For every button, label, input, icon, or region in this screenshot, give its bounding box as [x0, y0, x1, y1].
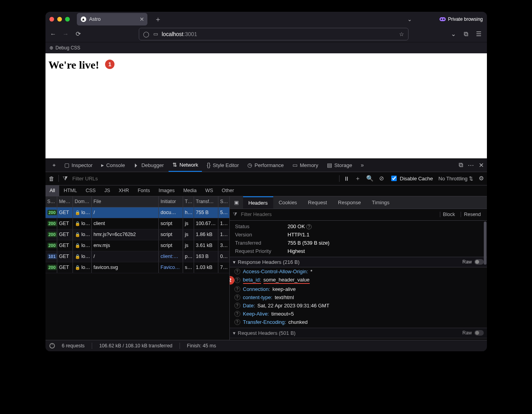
col-file[interactable]: File: [92, 196, 159, 207]
back-button[interactable]: ←: [49, 31, 57, 38]
headers-filter-bar: ⧩ Block Resend: [230, 209, 487, 221]
col-initiator[interactable]: Initiator: [159, 196, 183, 207]
block-icon[interactable]: ⊘: [379, 175, 384, 182]
help-icon[interactable]: ?: [234, 286, 240, 292]
clear-icon[interactable]: 🗑: [49, 175, 54, 182]
type-filter-all[interactable]: All: [45, 185, 60, 196]
table-row[interactable]: 200GET🔒lo…env.mjsscriptjs3.61 kB3…: [45, 240, 229, 251]
bookmark-debug-css[interactable]: Debug CSS: [56, 45, 80, 51]
app-menu-icon[interactable]: ☰: [474, 30, 483, 38]
tab-memory[interactable]: ▭Memory: [289, 159, 322, 172]
detail-tab-cookies[interactable]: Cookies: [273, 196, 303, 209]
extensions-icon[interactable]: ⧉: [462, 31, 470, 38]
pick-element-icon[interactable]: ⌖: [49, 159, 60, 172]
forward-button[interactable]: →: [62, 31, 70, 38]
block-button[interactable]: Block: [440, 212, 458, 217]
headers-body: Status200 OK ?VersionHTTP/1.1Transferred…: [230, 221, 487, 340]
type-filter-html[interactable]: HTML: [59, 185, 81, 196]
pause-icon[interactable]: ⏸: [339, 175, 349, 182]
help-icon[interactable]: ?: [234, 277, 240, 283]
help-icon[interactable]: ?: [234, 294, 240, 300]
response-header-row: ?Connection: keep-alive: [230, 285, 487, 293]
devtools-menu-icon[interactable]: ⋯: [468, 162, 474, 169]
close-window[interactable]: [49, 17, 54, 22]
tab-storage[interactable]: ▤Storage: [323, 159, 356, 172]
private-label: Private browsing: [448, 16, 483, 22]
type-filter-other[interactable]: Other: [218, 185, 238, 196]
detail-tab-timings[interactable]: Timings: [367, 196, 395, 209]
disable-cache-input[interactable]: [391, 176, 397, 181]
type-filter-media[interactable]: Media: [179, 185, 201, 196]
tabs-overflow-icon[interactable]: ⌄: [407, 16, 412, 22]
table-row[interactable]: 200GET🔒lo…clientscriptjs100.67…1…: [45, 218, 229, 229]
table-row[interactable]: 200GET🔒lo…/docu…h…755 B5…: [45, 207, 229, 218]
table-row[interactable]: 101GET🔒lo…/client:…p…163 B0…: [45, 251, 229, 262]
scrollbar[interactable]: [484, 222, 487, 265]
toggle-raw-icon[interactable]: ▣: [230, 200, 243, 205]
tab-inspector[interactable]: ▢Inspector: [60, 159, 96, 172]
request-headers-section[interactable]: ▾ Request Headers (501 B) Raw: [230, 328, 487, 338]
url-bar[interactable]: ◯ ▭ localhost:3001 ☆: [139, 28, 409, 40]
tab-debugger[interactable]: ⏵Debugger: [130, 159, 168, 172]
type-filter-css[interactable]: CSS: [81, 185, 100, 196]
type-filter-xhr[interactable]: XHR: [114, 185, 133, 196]
table-header: S… Me… Dom… File Initiator T… Transf… S…: [45, 196, 229, 207]
detail-tab-response[interactable]: Response: [332, 196, 367, 209]
filter-headers-input[interactable]: [240, 211, 437, 218]
filter-icon[interactable]: ⧩: [233, 211, 237, 218]
gear-icon[interactable]: ⚙: [479, 175, 484, 182]
add-icon[interactable]: ＋: [355, 175, 361, 182]
filter-urls-input[interactable]: [72, 175, 335, 182]
raw-toggle[interactable]: [474, 259, 484, 265]
minimize-window[interactable]: [57, 17, 62, 22]
responsive-mode-icon[interactable]: ⧉: [459, 162, 463, 169]
tab-network[interactable]: ⇅Network: [169, 159, 202, 172]
throttling-select[interactable]: No Throttling⇅: [438, 176, 473, 182]
tab-console[interactable]: ▸Console: [97, 159, 129, 172]
summary-row: Status200 OK ?: [230, 222, 487, 231]
detail-tab-headers[interactable]: Headers: [243, 196, 273, 209]
tab-performance[interactable]: ◷Performance: [243, 159, 287, 172]
reload-button[interactable]: ⟳: [74, 30, 82, 38]
search-icon[interactable]: 🔍: [366, 175, 374, 182]
nav-toolbar: ← → ⟳ ◯ ▭ localhost:3001 ☆ ⌄ ⧉ ☰: [45, 26, 487, 42]
help-icon[interactable]: ?: [234, 303, 240, 309]
col-size[interactable]: S…: [218, 196, 229, 207]
maximize-window[interactable]: [65, 17, 70, 22]
network-type-filters: AllHTMLCSSJSXHRFontsImagesMediaWSOther: [45, 185, 487, 196]
help-icon[interactable]: ?: [234, 311, 240, 317]
tab-style-editor[interactable]: {}Style Editor: [203, 159, 243, 172]
page-info-icon[interactable]: ▭: [153, 31, 158, 37]
new-tab-button[interactable]: ＋: [151, 13, 165, 25]
shield-icon[interactable]: ◯: [143, 31, 149, 37]
help-icon[interactable]: ?: [234, 269, 240, 274]
table-row[interactable]: 200GET🔒lo…hmr.js?v=6cc762b2scriptjs1.86 …: [45, 229, 229, 240]
pocket-icon[interactable]: ⌄: [449, 30, 458, 38]
type-filter-fonts[interactable]: Fonts: [133, 185, 154, 196]
response-headers-section[interactable]: ▾ Response Headers (216 B) Raw: [230, 257, 487, 267]
col-type[interactable]: T…: [183, 196, 194, 207]
close-devtools-icon[interactable]: ✕: [479, 162, 484, 169]
resend-button[interactable]: Resend: [461, 212, 483, 217]
window-controls: [49, 17, 70, 22]
close-tab-icon[interactable]: ✕: [140, 16, 144, 22]
page-heading: We're live!: [49, 59, 99, 71]
col-status[interactable]: S…: [45, 196, 57, 207]
summary-row: VersionHTTP/1.1: [230, 231, 487, 239]
raw-toggle[interactable]: [474, 330, 484, 336]
table-row[interactable]: 200GET🔒lo…favicon.svgFavico…s…1.03 kB7…: [45, 262, 229, 273]
disable-cache-checkbox[interactable]: Disable Cache: [390, 174, 433, 182]
bookmark-star-icon[interactable]: ☆: [399, 31, 404, 37]
browser-tab[interactable]: ▲ Astro ✕: [77, 13, 147, 25]
col-method[interactable]: Me…: [57, 196, 73, 207]
col-transferred[interactable]: Transf…: [194, 196, 218, 207]
type-filter-images[interactable]: Images: [154, 185, 179, 196]
help-icon[interactable]: ?: [234, 319, 240, 325]
stopwatch-icon[interactable]: [49, 343, 55, 349]
col-domain[interactable]: Dom…: [73, 196, 92, 207]
detail-tab-request[interactable]: Request: [303, 196, 332, 209]
tabs-overflow-icon[interactable]: »: [357, 159, 368, 172]
filter-icon[interactable]: ⧩: [63, 175, 68, 182]
type-filter-ws[interactable]: WS: [201, 185, 217, 196]
type-filter-js[interactable]: JS: [100, 185, 114, 196]
